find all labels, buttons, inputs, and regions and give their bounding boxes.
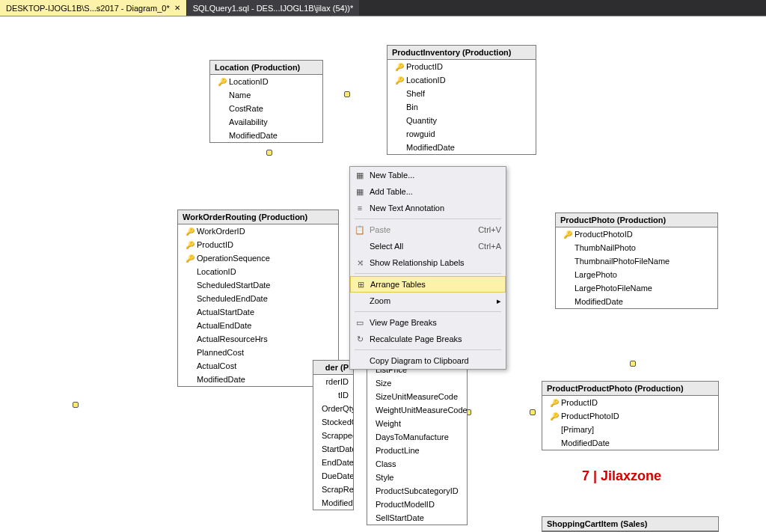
menu-label: Copy Diagram to Clipboard xyxy=(367,356,501,365)
table-column[interactable]: ThumbnailPhotoFileName xyxy=(556,254,717,268)
chevron-right-icon: ▸ xyxy=(492,296,501,306)
table-column[interactable]: Size xyxy=(367,376,467,390)
menu-icon: ⤨ xyxy=(353,258,367,268)
table-column[interactable]: EndDate xyxy=(313,456,353,469)
tab-sqlquery[interactable]: SQLQuery1.sql - DES...IJOGL1B\jilax (54)… xyxy=(187,0,361,16)
menu-item-copy-diagram-to-clipboard[interactable]: Copy Diagram to Clipboard xyxy=(350,352,506,369)
menu-label: Paste xyxy=(367,225,474,234)
table-column[interactable]: DaysToManufacture xyxy=(367,430,467,444)
table-column[interactable]: ModifiedDate xyxy=(387,141,536,154)
table-column[interactable]: Weight xyxy=(367,417,467,430)
watermark-text: 7 | Jilaxzone xyxy=(582,468,661,484)
document-tab-bar: DESKTOP-IJOGL1B\S...s2017 - Diagram_0* ✕… xyxy=(0,0,766,16)
relationship-endpoint xyxy=(73,402,79,408)
table-product-product-photo[interactable]: ProductProductPhoto (Production) 🔑Produc… xyxy=(542,381,719,450)
column-name: OperationSequence xyxy=(195,254,334,263)
diagram-canvas[interactable]: Location (Production) 🔑LocationIDNameCos… xyxy=(0,16,766,532)
table-column[interactable]: ScrappedQty xyxy=(313,429,353,442)
column-name: StartDate xyxy=(320,444,354,453)
table-column[interactable]: ActualResourceHrs xyxy=(178,332,338,346)
menu-item-new-table[interactable]: ▦New Table... xyxy=(350,167,506,183)
table-column[interactable]: Availability xyxy=(210,115,322,129)
table-work-order-partial[interactable]: der (P rderIDtIDOrderQtyStockedQtyScrapp… xyxy=(313,360,354,510)
table-column[interactable]: ProductModelID xyxy=(367,498,467,511)
table-column[interactable]: Class xyxy=(367,457,467,471)
menu-item-recalculate-page-breaks[interactable]: ↻Recalculate Page Breaks xyxy=(350,331,506,347)
menu-item-show-relationship-labels[interactable]: ⤨Show Relationship Labels xyxy=(350,254,506,271)
tab-diagram[interactable]: DESKTOP-IJOGL1B\S...s2017 - Diagram_0* ✕ xyxy=(0,0,187,16)
table-column[interactable]: [Primary] xyxy=(542,423,718,436)
table-column[interactable]: ProductLine xyxy=(367,444,467,457)
table-product-inventory[interactable]: ProductInventory (Production) 🔑ProductID… xyxy=(387,45,536,155)
relationship-line xyxy=(0,45,1,73)
menu-item-arrange-tables[interactable]: ⊞Arrange Tables xyxy=(350,276,506,293)
menu-label: New Table... xyxy=(367,171,501,180)
table-column[interactable]: 🔑OperationSequence xyxy=(178,251,338,265)
table-column[interactable]: 🔑ProductID xyxy=(387,60,536,73)
menu-item-zoom[interactable]: Zoom▸ xyxy=(350,293,506,309)
column-name: ModifiedDate xyxy=(227,131,318,140)
table-column[interactable]: Bin xyxy=(387,100,536,114)
table-column[interactable]: DueDate xyxy=(313,469,353,483)
table-column[interactable]: SizeUnitMeasureCode xyxy=(367,390,467,403)
table-shopping-cart-item[interactable]: ShoppingCartItem (Sales) xyxy=(542,516,719,532)
table-column[interactable]: 🔑LocationID xyxy=(210,75,322,88)
table-column[interactable]: ThumbNailPhoto xyxy=(556,241,717,254)
table-column[interactable]: Style xyxy=(367,471,467,484)
table-title: ShoppingCartItem (Sales) xyxy=(542,517,718,531)
column-name: DueDate xyxy=(320,471,354,480)
table-column[interactable]: SellStartDate xyxy=(367,511,467,525)
menu-label: Select All xyxy=(367,242,474,251)
table-column[interactable]: ModifiedDate xyxy=(313,496,353,510)
column-name: ProductPhotoID xyxy=(573,230,713,239)
table-column[interactable]: ModifiedDate xyxy=(556,295,717,308)
table-column[interactable]: StockedQty xyxy=(313,415,353,429)
table-location[interactable]: Location (Production) 🔑LocationIDNameCos… xyxy=(209,60,323,143)
table-column[interactable]: LocationID xyxy=(178,265,338,278)
table-column[interactable]: ProductSubcategoryID xyxy=(367,484,467,498)
table-column[interactable]: 🔑ProductID xyxy=(178,238,338,251)
table-column[interactable]: rowguid xyxy=(387,127,536,141)
table-column[interactable]: 🔑ProductPhotoID xyxy=(542,409,718,423)
table-product-photo[interactable]: ProductPhoto (Production) 🔑ProductPhotoI… xyxy=(555,213,718,309)
table-column[interactable]: ScheduledEndDate xyxy=(178,292,338,305)
table-column[interactable]: ScrapReasonID xyxy=(313,483,353,496)
close-icon[interactable]: ✕ xyxy=(174,4,180,12)
table-column[interactable]: ActualStartDate xyxy=(178,305,338,319)
menu-item-view-page-breaks[interactable]: ▭View Page Breaks xyxy=(350,314,506,331)
table-column[interactable]: 🔑WorkOrderID xyxy=(178,224,338,238)
table-column[interactable]: Quantity xyxy=(387,114,536,127)
column-name: ProductModelID xyxy=(374,500,462,509)
menu-item-add-table[interactable]: ▦Add Table... xyxy=(350,183,506,200)
table-column[interactable]: LargePhoto xyxy=(556,268,717,281)
table-column[interactable]: LargePhotoFileName xyxy=(556,281,717,295)
menu-label: Recalculate Page Breaks xyxy=(367,334,501,343)
column-name: Shelf xyxy=(405,89,531,98)
table-column[interactable]: rderID xyxy=(313,375,353,388)
table-column[interactable]: tID xyxy=(313,388,353,402)
table-column[interactable]: 🔑LocationID xyxy=(387,73,536,87)
table-column[interactable]: StartDate xyxy=(313,442,353,456)
column-name: ProductID xyxy=(405,62,531,71)
relationship-line xyxy=(0,209,1,338)
column-name: LargePhotoFileName xyxy=(573,284,713,293)
table-column[interactable]: ScheduledStartDate xyxy=(178,278,338,292)
table-column[interactable]: 🔑ProductID xyxy=(542,396,718,409)
table-column[interactable]: ActualEndDate xyxy=(178,319,338,332)
tab-label: DESKTOP-IJOGL1B\S...s2017 - Diagram_0* xyxy=(6,4,170,13)
table-column[interactable]: CostRate xyxy=(210,102,322,115)
menu-label: Arrange Tables xyxy=(367,280,500,289)
table-column[interactable]: PlannedCost xyxy=(178,346,338,359)
table-column[interactable]: ModifiedDate xyxy=(210,129,322,142)
table-column[interactable]: ModifiedDate xyxy=(542,436,718,450)
column-name: ProductSubcategoryID xyxy=(374,486,462,495)
table-column[interactable]: 🔑ProductPhotoID xyxy=(556,227,717,241)
table-column[interactable]: OrderQty xyxy=(313,402,353,415)
table-column[interactable]: Shelf xyxy=(387,87,536,100)
column-name: ActualEndDate xyxy=(195,321,334,330)
menu-item-new-text-annotation[interactable]: ≡New Text Annotation xyxy=(350,200,506,216)
table-column[interactable]: Name xyxy=(210,88,322,102)
menu-item-select-all[interactable]: Select AllCtrl+A xyxy=(350,238,506,254)
column-name: rderID xyxy=(324,377,349,386)
table-column[interactable]: WeightUnitMeasureCode xyxy=(367,403,467,417)
